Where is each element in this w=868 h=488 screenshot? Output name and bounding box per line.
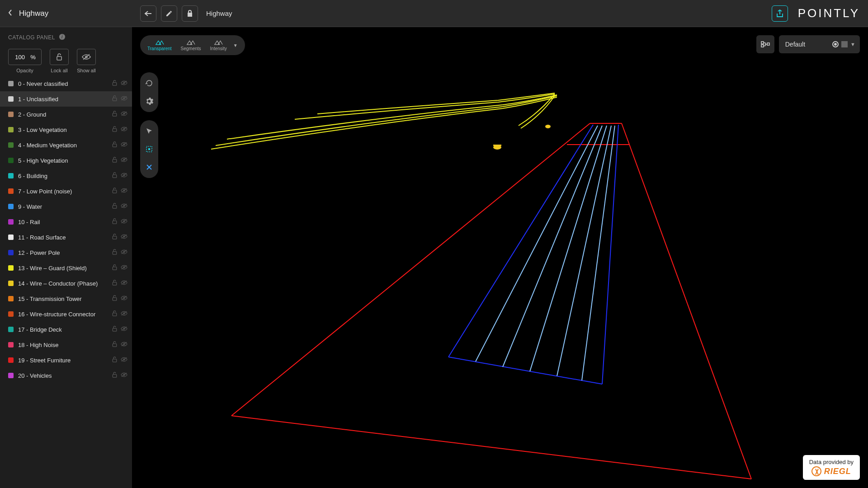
lock-icon[interactable] [111, 156, 118, 164]
class-color-swatch [8, 204, 14, 209]
visibility-icon[interactable] [121, 310, 127, 318]
class-row[interactable]: 0 - Never classified [0, 76, 132, 91]
lock-icon[interactable] [111, 295, 118, 303]
lock-icon[interactable] [111, 95, 118, 103]
lock-icon[interactable] [111, 249, 118, 257]
back-button[interactable] [140, 5, 156, 22]
class-row[interactable]: 19 - Street Furniture [0, 352, 132, 368]
lock-icon[interactable] [111, 218, 118, 226]
visibility-icon[interactable] [121, 356, 127, 364]
class-row[interactable]: 1 - Unclassified [0, 91, 132, 107]
class-row[interactable]: 5 - High Vegetation [0, 153, 132, 168]
class-row[interactable]: 6 - Building [0, 168, 132, 183]
view-mode-switcher: TransparentSegmentsIntensity▼ [140, 35, 245, 55]
view-preset-dropdown[interactable]: Default ▼ [779, 35, 860, 53]
class-row[interactable]: 12 - Power Pole [0, 245, 132, 260]
lock-all-button[interactable] [50, 49, 69, 65]
opacity-input[interactable]: 100 % [8, 49, 42, 65]
show-all-button[interactable] [77, 49, 96, 65]
class-row[interactable]: 20 - Vehicles [0, 368, 132, 383]
view-mode-transparent[interactable]: Transparent [147, 39, 172, 51]
class-row[interactable]: 16 - Wire-structure Connector [0, 306, 132, 322]
lock-icon[interactable] [111, 356, 118, 364]
visibility-icon[interactable] [121, 325, 127, 333]
visibility-icon[interactable] [121, 172, 127, 180]
class-row[interactable]: 17 - Bridge Deck [0, 322, 132, 337]
settings-button[interactable] [143, 95, 156, 108]
class-row[interactable]: 3 - Low Vegetation [0, 122, 132, 137]
layout-toggle-button[interactable] [756, 35, 774, 53]
class-color-swatch [8, 265, 14, 271]
lock-icon[interactable] [111, 110, 118, 118]
lock-icon[interactable] [111, 126, 118, 134]
visibility-icon[interactable] [121, 95, 127, 103]
class-row[interactable]: 15 - Transmission Tower [0, 291, 132, 306]
lock-icon[interactable] [111, 279, 118, 287]
visibility-icon[interactable] [121, 141, 127, 149]
share-button[interactable] [772, 5, 788, 22]
visibility-icon[interactable] [121, 249, 127, 257]
clear-selection-button[interactable] [143, 161, 156, 174]
box-select-button[interactable] [143, 143, 156, 155]
lock-icon[interactable] [111, 202, 118, 211]
class-row[interactable]: 13 - Wire – Guard (Shield) [0, 260, 132, 276]
back-chevron-icon[interactable] [8, 9, 13, 18]
view-mode-segments[interactable]: Segments [181, 39, 201, 51]
lock-icon[interactable] [111, 172, 118, 180]
lock-icon[interactable] [111, 80, 118, 88]
lock-icon[interactable] [111, 264, 118, 272]
lock-icon[interactable] [111, 310, 118, 318]
svg-rect-38 [113, 252, 116, 255]
edit-button[interactable] [161, 5, 177, 22]
visibility-icon[interactable] [121, 218, 127, 226]
class-row[interactable]: 7 - Low Point (noise) [0, 183, 132, 199]
radio-icon [832, 41, 839, 47]
chevron-down-icon[interactable]: ▼ [233, 43, 238, 48]
class-label: 11 - Road Surface [18, 234, 107, 241]
class-label: 3 - Low Vegetation [18, 127, 107, 133]
class-row[interactable]: 2 - Ground [0, 107, 132, 122]
class-label: 19 - Street Furniture [18, 357, 107, 364]
svg-rect-29 [113, 206, 116, 209]
riegl-logo-icon [811, 466, 821, 476]
class-color-swatch [8, 373, 14, 378]
visibility-icon[interactable] [121, 126, 127, 134]
svg-rect-82 [148, 148, 150, 150]
lock-icon[interactable] [111, 371, 118, 380]
header-title: Highway [19, 9, 48, 18]
class-row[interactable]: 10 - Rail [0, 214, 132, 230]
info-icon[interactable]: i [59, 33, 66, 42]
class-label: 5 - High Vegetation [18, 157, 107, 164]
viewport-3d[interactable]: TransparentSegmentsIntensity▼ [132, 27, 868, 488]
visibility-icon[interactable] [121, 187, 127, 195]
visibility-icon[interactable] [121, 202, 127, 211]
visibility-icon[interactable] [121, 371, 127, 380]
lock-icon[interactable] [111, 141, 118, 149]
view-preset-label: Default [785, 41, 805, 48]
svg-rect-41 [113, 267, 116, 270]
visibility-icon[interactable] [121, 156, 127, 164]
visibility-icon[interactable] [121, 295, 127, 303]
visibility-icon[interactable] [121, 279, 127, 287]
visibility-icon[interactable] [121, 233, 127, 241]
visibility-icon[interactable] [121, 80, 127, 88]
class-label: 16 - Wire-structure Connector [18, 311, 107, 318]
class-label: 0 - Never classified [18, 80, 107, 87]
lock-icon[interactable] [111, 233, 118, 241]
class-row[interactable]: 11 - Road Surface [0, 230, 132, 245]
view-mode-intensity[interactable]: Intensity [210, 39, 227, 51]
class-row[interactable]: 18 - High Noise [0, 337, 132, 352]
svg-line-73 [476, 126, 598, 361]
lock-button[interactable] [182, 5, 198, 22]
visibility-icon[interactable] [121, 264, 127, 272]
lock-icon[interactable] [111, 187, 118, 195]
class-row[interactable]: 14 - Wire – Conductor (Phase) [0, 276, 132, 291]
lock-icon[interactable] [111, 341, 118, 349]
visibility-icon[interactable] [121, 110, 127, 118]
class-row[interactable]: 9 - Water [0, 199, 132, 214]
class-row[interactable]: 4 - Medium Vegetation [0, 137, 132, 153]
reset-view-button[interactable] [143, 77, 156, 89]
lock-icon[interactable] [111, 325, 118, 333]
pointer-tool-button[interactable] [143, 125, 156, 137]
visibility-icon[interactable] [121, 341, 127, 349]
